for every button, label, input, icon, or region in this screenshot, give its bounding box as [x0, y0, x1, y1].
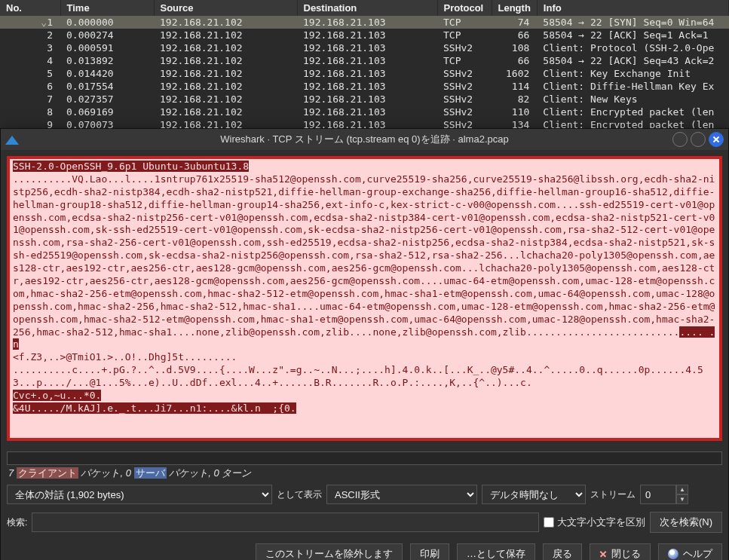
stream-body-kex: ..........VQ.Lao...l....1sntrup761x25519…: [13, 173, 715, 338]
stream-body-d: Cvc+.o,~u...*0.: [13, 390, 101, 401]
server-label: サーバ: [134, 467, 167, 479]
spinner-up-button[interactable]: ▲: [676, 485, 688, 494]
close-icon: [599, 550, 607, 558]
stream-body-b: <f.Z3,..>@TmiO1.>..O!..Dhg]5t.........: [13, 351, 237, 363]
help-button[interactable]: ヘルプ: [658, 543, 722, 560]
find-next-button[interactable]: 次を検索(N): [650, 512, 722, 533]
packet-row[interactable]: 30.000591192.168.21.102192.168.21.103SSH…: [0, 41, 729, 54]
help-icon: [668, 549, 678, 559]
packet-row[interactable]: 80.069169192.168.21.102192.168.21.103SSH…: [0, 106, 729, 118]
follow-stream-dialog: Wireshark · TCP ストリーム (tcp.stream eq 0)を…: [0, 128, 729, 560]
case-sensitive-label: 大文字小文字を区別: [557, 516, 645, 529]
col-header-length[interactable]: Length: [492, 0, 537, 16]
delta-time-select[interactable]: デルタ時間なし: [482, 485, 586, 504]
conversation-select[interactable]: 全体の対話 (1,902 bytes): [7, 485, 272, 504]
stream-label: ストリーム: [590, 488, 636, 501]
dialog-button-bar: このストリームを除外します 印刷 …として保存 戻る 閉じる ヘルプ: [1, 537, 728, 560]
stream-body-c: ..........c....+.pG.?..^..d.5V9....{....…: [13, 364, 703, 388]
stream-line-banner: SSH-2.0-OpenSSH_9.6p1 Ubuntu-3ubuntu13.8: [13, 161, 249, 172]
stream-stats: 7 クライアント パケット, 0 サーバ パケット, 0 ターン: [1, 465, 728, 482]
dialog-title: Wireshark · TCP ストリーム (tcp.stream eq 0)を…: [1, 133, 728, 146]
packet-row[interactable]: 50.014420192.168.21.102192.168.21.103SSH…: [0, 67, 729, 80]
packet-row[interactable]: 60.017554192.168.21.102192.168.21.103SSH…: [0, 80, 729, 93]
spinner-down-button[interactable]: ▼: [676, 494, 688, 504]
secondary-text-pane[interactable]: [7, 451, 722, 465]
show-as-label: として表示: [277, 488, 322, 501]
close-button[interactable]: 閉じる: [590, 543, 651, 560]
dialog-titlebar[interactable]: Wireshark · TCP ストリーム (tcp.stream eq 0)を…: [1, 129, 728, 150]
col-header-proto[interactable]: Protocol: [437, 0, 492, 16]
maximize-button[interactable]: [691, 132, 706, 147]
packet-row[interactable]: 70.027357192.168.21.102192.168.21.103SSH…: [0, 93, 729, 106]
back-button[interactable]: 戻る: [543, 543, 582, 560]
col-header-dest[interactable]: Destination: [297, 0, 437, 16]
stream-number-spinner[interactable]: ▲ ▼: [640, 485, 688, 504]
packet-list-table[interactable]: No. Time Source Destination Protocol Len…: [0, 0, 729, 131]
search-row: 検索: 大文字小文字を区別 次を検索(N): [1, 507, 728, 537]
stream-content[interactable]: SSH-2.0-OpenSSH_9.6p1 Ubuntu-3ubuntu13.8…: [7, 156, 722, 441]
case-sensitive-input[interactable]: [544, 517, 554, 528]
stream-body-e: &4U...../M.kAJ].e._.t...Ji7...n1:....&kl…: [13, 402, 296, 414]
col-header-info[interactable]: Info: [537, 0, 728, 16]
stream-number-field[interactable]: [640, 485, 676, 504]
col-header-no[interactable]: No.: [0, 0, 60, 16]
minimize-button[interactable]: [672, 132, 688, 147]
packet-row[interactable]: 40.013892192.168.21.102192.168.21.103TCP…: [0, 54, 729, 67]
window-close-button[interactable]: [709, 132, 724, 147]
save-as-button[interactable]: …として保存: [457, 543, 535, 560]
search-label: 検索:: [7, 516, 27, 529]
print-button[interactable]: 印刷: [410, 543, 449, 560]
controls-row: 全体の対話 (1,902 bytes) として表示 ASCII形式 デルタ時間な…: [1, 482, 728, 507]
packet-row[interactable]: ⌄10.000000192.168.21.102192.168.21.103TC…: [0, 16, 729, 29]
filter-out-stream-button[interactable]: このストリームを除外します: [256, 543, 403, 560]
packet-row[interactable]: 20.000274192.168.21.102192.168.21.103TCP…: [0, 29, 729, 41]
packet-list-header[interactable]: No. Time Source Destination Protocol Len…: [0, 0, 729, 16]
col-header-source[interactable]: Source: [154, 0, 297, 16]
case-sensitive-checkbox[interactable]: 大文字小文字を区別: [544, 516, 645, 529]
col-header-time[interactable]: Time: [60, 0, 154, 16]
wireshark-icon: [5, 134, 19, 145]
show-as-select[interactable]: ASCII形式: [326, 485, 477, 504]
client-label: クライアント: [17, 467, 78, 479]
search-input[interactable]: [32, 513, 539, 532]
